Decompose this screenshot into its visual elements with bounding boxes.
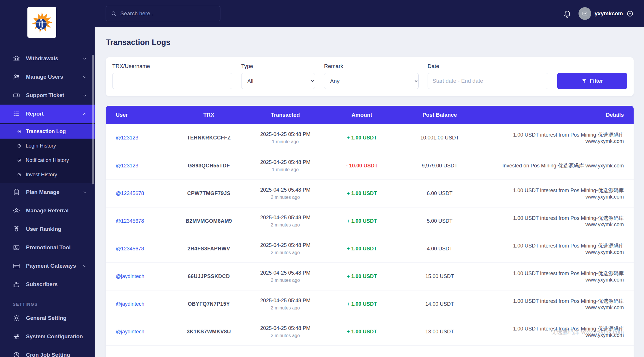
transacted-date: 2025-04-25 05:48 PM <box>248 187 322 193</box>
remark-filter-group: Remark Any <box>324 63 419 89</box>
thumb-icon <box>13 281 20 288</box>
chevron-down-icon <box>82 264 87 269</box>
sidebar-item-cron-job-setting[interactable]: Cron Job Setting <box>0 346 95 357</box>
transacted-date: 2025-04-25 05:48 PM <box>248 298 322 304</box>
table-body: @123123TEHNKRKCCFFZ2025-04-25 05:48 PM1 … <box>106 124 634 345</box>
sidebar-item-support-ticket[interactable]: Support Ticket <box>0 86 95 105</box>
transacted-date: 2025-04-25 05:48 PM <box>248 270 322 276</box>
sidebar-nav: WithdrawalsManage UsersSupport TicketRep… <box>0 49 95 357</box>
user-link[interactable]: @123123 <box>116 135 138 141</box>
user-link[interactable]: @123123 <box>116 163 138 169</box>
transacted-ago: 1 minute ago <box>248 139 322 144</box>
user-link[interactable]: @jaydintech <box>116 273 144 279</box>
amount-value: + 1.00 USDT <box>347 135 377 141</box>
clipboard-icon <box>13 188 20 196</box>
sidebar-item-subscribers[interactable]: Subscribers <box>0 275 95 294</box>
transacted-date: 2025-04-25 05:48 PM <box>248 325 322 331</box>
referral-icon <box>13 207 20 214</box>
trx-code: CPW7TMGF79JS <box>187 190 231 196</box>
details-text: 1.00 USDT interest from Pos Mining-优选源码库… <box>513 188 624 200</box>
sidebar-item-login-history[interactable]: Login History <box>0 139 95 153</box>
type-filter-group: Type All <box>241 63 315 89</box>
transacted-date: 2025-04-25 05:48 PM <box>248 131 322 137</box>
user-link[interactable]: @jaydintech <box>116 329 144 335</box>
sidebar-item-label: Withdrawals <box>26 55 58 62</box>
sidebar-item-label: General Setting <box>26 315 66 321</box>
transaction-table-card: UserTRXTransactedAmountPost BalanceDetai… <box>106 106 634 357</box>
sidebar-item-label: Plan Manage <box>26 189 59 195</box>
report-icon <box>13 110 20 118</box>
avatar <box>579 7 591 20</box>
topbar-right: yxymkcom <box>563 7 634 20</box>
column-header-details: Details <box>478 106 634 124</box>
table-header: UserTRXTransactedAmountPost BalanceDetai… <box>106 106 634 124</box>
date-filter-label: Date <box>428 63 548 69</box>
target-icon <box>17 129 22 134</box>
sidebar-item-withdrawals[interactable]: Withdrawals <box>0 49 95 68</box>
amount-value: + 1.00 USDT <box>347 218 377 224</box>
chevron-down-icon <box>82 56 87 61</box>
table-row: @123123GS93QCH55TDF2025-04-25 05:48 PM1 … <box>106 152 634 180</box>
user-name: yxymkcom <box>595 10 623 17</box>
solar-logo-icon <box>31 12 53 33</box>
table-row: @123123TEHNKRKCCFFZ2025-04-25 05:48 PM1 … <box>106 124 634 152</box>
amount-value: + 1.00 USDT <box>347 190 377 196</box>
sidebar-item-label: Promotional Tool <box>26 244 71 251</box>
sidebar-item-manage-referral[interactable]: Manage Referral <box>0 201 95 220</box>
filter-card: TRX/Username Type All Remark Any Date Fi… <box>106 57 634 96</box>
target-icon <box>17 172 22 177</box>
sidebar-scrollbar[interactable] <box>92 55 94 184</box>
date-range-input[interactable] <box>428 73 548 89</box>
transacted-ago: 2 minutes ago <box>248 222 322 228</box>
user-link[interactable]: @12345678 <box>116 246 144 252</box>
search-box <box>106 6 220 21</box>
filter-button[interactable]: Filter <box>557 73 627 89</box>
sidebar-item-notification-history[interactable]: Notification History <box>0 153 95 167</box>
trx-username-input[interactable] <box>112 73 232 89</box>
trx-filter-label: TRX/Username <box>112 63 232 69</box>
sidebar-item-system-configuration[interactable]: System Configuration <box>0 327 95 346</box>
trx-code: TEHNKRKCCFFZ <box>187 135 231 141</box>
notification-bell-icon[interactable] <box>563 9 572 18</box>
sidebar-item-general-setting[interactable]: General Setting <box>0 309 95 327</box>
post-balance-value: 6.00 USDT <box>427 190 452 196</box>
transacted-date: 2025-04-25 05:48 PM <box>248 159 322 165</box>
sidebar-item-payment-gateways[interactable]: Payment Gateways <box>0 257 95 275</box>
user-link[interactable]: @jaydintech <box>116 301 144 307</box>
transacted-date: 2025-04-25 05:48 PM <box>248 242 322 248</box>
sidebar-subitem-label: Transaction Log <box>26 129 66 135</box>
ticket-icon <box>13 92 20 99</box>
sidebar-item-promotional-tool[interactable]: Promotional Tool <box>0 238 95 257</box>
amount-value: + 1.00 USDT <box>347 329 377 335</box>
sidebar-item-plan-manage[interactable]: Plan Manage <box>0 183 95 201</box>
envelope-icon <box>582 10 588 17</box>
post-balance-value: 5.00 USDT <box>427 218 452 224</box>
trx-code: GS93QCH55TDF <box>188 163 230 169</box>
sidebar-item-manage-users[interactable]: Manage Users <box>0 68 95 86</box>
sidebar-subitem-label: Invest History <box>26 172 57 178</box>
user-link[interactable]: @12345678 <box>116 218 144 224</box>
sidebar-item-report[interactable]: Report <box>0 105 95 123</box>
sidebar-item-user-ranking[interactable]: User Ranking <box>0 220 95 238</box>
post-balance-value: 9,979.00 USDT <box>422 163 458 169</box>
amount-value: + 1.00 USDT <box>347 246 377 252</box>
funnel-icon <box>581 78 587 84</box>
user-link[interactable]: @12345678 <box>116 190 144 196</box>
remark-select[interactable]: Any <box>324 73 419 89</box>
sliders-icon <box>13 333 20 340</box>
type-select[interactable]: All <box>241 73 315 89</box>
transacted-ago: 2 minutes ago <box>248 250 322 255</box>
sidebar-item-label: User Ranking <box>26 226 61 232</box>
amount-value: + 1.00 USDT <box>347 273 377 279</box>
details-text: 1.00 USDT interest from Pos Mining-优选源码库… <box>513 215 624 227</box>
app-logo[interactable] <box>27 7 56 38</box>
sidebar-item-invest-history[interactable]: Invest History <box>0 167 95 182</box>
user-menu[interactable]: yxymkcom <box>579 7 634 20</box>
sidebar-item-label: Manage Users <box>26 74 63 80</box>
sidebar-item-transaction-log[interactable]: Transaction Log <box>0 124 95 139</box>
transacted-ago: 2 minutes ago <box>248 333 322 338</box>
remark-filter-label: Remark <box>324 63 419 69</box>
search-input[interactable] <box>120 10 216 17</box>
transacted-ago: 2 minutes ago <box>248 195 322 200</box>
search-icon <box>111 10 117 17</box>
